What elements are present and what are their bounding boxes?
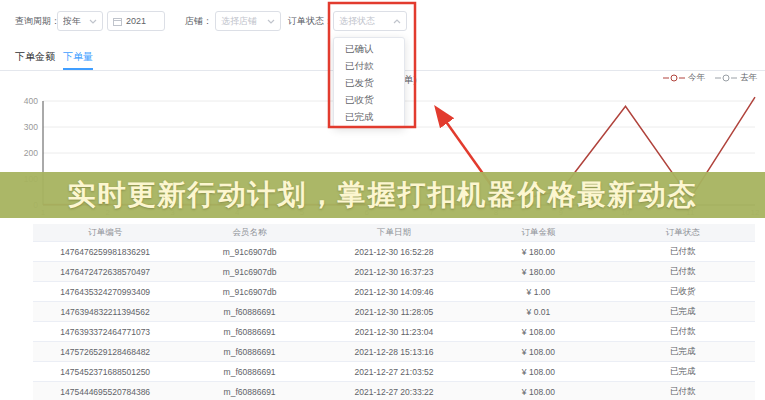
table-cell: ¥ 180.00 bbox=[466, 262, 610, 281]
column-header: 订单金额 bbox=[466, 224, 610, 241]
table-row: 1475726529128468482m_f608866912021-12-28… bbox=[33, 342, 755, 362]
status-option[interactable]: 已收货 bbox=[334, 91, 404, 108]
table-cell: 1475726529128468482 bbox=[33, 342, 177, 361]
table-row: 1476435324270993409m_91c6907db2021-12-30… bbox=[33, 282, 755, 302]
status-option[interactable]: 已付款 bbox=[334, 57, 404, 74]
table-cell: 已收货 bbox=[611, 282, 755, 301]
table-cell: ¥ 0.01 bbox=[466, 302, 610, 321]
legend-marker-icon bbox=[715, 74, 737, 82]
svg-text:400: 400 bbox=[24, 96, 38, 106]
legend-marker-icon bbox=[663, 74, 685, 82]
table-cell: 2021-12-30 11:23:04 bbox=[322, 322, 466, 341]
table-cell: ¥ 108.00 bbox=[466, 342, 610, 361]
table-cell: 已付款 bbox=[611, 242, 755, 261]
table-cell: 已付款 bbox=[611, 322, 755, 341]
table-cell: 1476435324270993409 bbox=[33, 282, 177, 301]
table-cell: 已完成 bbox=[611, 302, 755, 321]
table-row: 1476393372464771073m_f608866912021-12-30… bbox=[33, 322, 755, 342]
dashboard-page: 查询周期： 按年 2021 店铺： 选择店铺 订单状态： 选择状态 已确认已付款… bbox=[0, 0, 765, 400]
table-cell: m_91c6907db bbox=[177, 282, 321, 301]
table-cell: 2021-12-30 14:09:46 bbox=[322, 282, 466, 301]
legend-label: 去年 bbox=[740, 72, 757, 84]
table-cell: 2021-12-27 20:33:22 bbox=[322, 382, 466, 400]
legend-item[interactable]: 今年 bbox=[663, 72, 705, 84]
table-cell: ¥ 180.00 bbox=[466, 242, 610, 261]
table-row: 1475452371688501250m_f608866912021-12-27… bbox=[33, 362, 755, 382]
table-cell: ¥ 108.00 bbox=[466, 362, 610, 381]
table-cell: m_f60886691 bbox=[177, 302, 321, 321]
table-row: 1476394832211394562m_f608866912021-12-30… bbox=[33, 302, 755, 322]
status-option[interactable]: 已确认 bbox=[334, 40, 404, 57]
table-cell: ¥ 108.00 bbox=[466, 322, 610, 341]
promo-banner: 实时更新行动计划，掌握打扣机器价格最新动态 bbox=[0, 172, 765, 218]
table-cell: ¥ 1.00 bbox=[466, 282, 610, 301]
table-cell: m_f60886691 bbox=[177, 362, 321, 381]
table-cell: m_f60886691 bbox=[177, 322, 321, 341]
table-cell: 2021-12-30 16:52:28 bbox=[322, 242, 466, 261]
chart-legend: 今年 去年 bbox=[663, 72, 757, 84]
table-cell: 2021-12-28 15:13:16 bbox=[322, 342, 466, 361]
table-cell: 已完成 bbox=[611, 342, 755, 361]
table-cell: 2021-12-30 16:37:23 bbox=[322, 262, 466, 281]
legend-item[interactable]: 去年 bbox=[715, 72, 757, 84]
table-cell: 已付款 bbox=[611, 382, 755, 400]
table-cell: 1475444695520784386 bbox=[33, 382, 177, 400]
table-cell: m_f60886691 bbox=[177, 382, 321, 400]
legend-label: 今年 bbox=[688, 72, 705, 84]
table-cell: 已完成 bbox=[611, 362, 755, 381]
svg-text:200: 200 bbox=[24, 148, 38, 158]
svg-text:300: 300 bbox=[24, 122, 38, 132]
table-row: 1476472472638570497m_91c6907db2021-12-30… bbox=[33, 262, 755, 282]
table-header-row: 订单编号会员名称下单日期订单金额订单状态 bbox=[33, 224, 755, 242]
table-cell: 2021-12-27 21:03:52 bbox=[322, 362, 466, 381]
table-row: 1475444695520784386m_f608866912021-12-27… bbox=[33, 382, 755, 400]
promo-banner-text: 实时更新行动计划，掌握打扣机器价格最新动态 bbox=[68, 176, 698, 214]
table-cell: 1476394832211394562 bbox=[33, 302, 177, 321]
table-cell: 1475452371688501250 bbox=[33, 362, 177, 381]
table-cell: m_91c6907db bbox=[177, 242, 321, 261]
column-header: 订单状态 bbox=[611, 224, 755, 241]
chart-title-fragment: 单) bbox=[404, 74, 417, 87]
table-cell: 已付款 bbox=[611, 262, 755, 281]
column-header: 下单日期 bbox=[322, 224, 466, 241]
status-option[interactable]: 已发货 bbox=[334, 74, 404, 91]
table-cell: 1476476259981836291 bbox=[33, 242, 177, 261]
table-cell: ¥ 108.00 bbox=[466, 382, 610, 400]
table-cell: 1476472472638570497 bbox=[33, 262, 177, 281]
table-cell: m_f60886691 bbox=[177, 342, 321, 361]
table-cell: 1476393372464771073 bbox=[33, 322, 177, 341]
table-cell: m_91c6907db bbox=[177, 262, 321, 281]
column-header: 订单编号 bbox=[33, 224, 177, 241]
order-status-dropdown: 已确认已付款已发货已收货已完成 bbox=[333, 37, 405, 128]
table-cell: 2021-12-30 11:28:05 bbox=[322, 302, 466, 321]
column-header: 会员名称 bbox=[177, 224, 321, 241]
table-row: 1476476259981836291m_91c6907db2021-12-30… bbox=[33, 242, 755, 262]
orders-table: 订单编号会员名称下单日期订单金额订单状态1476476259981836291m… bbox=[33, 224, 755, 400]
status-option[interactable]: 已完成 bbox=[334, 108, 404, 125]
